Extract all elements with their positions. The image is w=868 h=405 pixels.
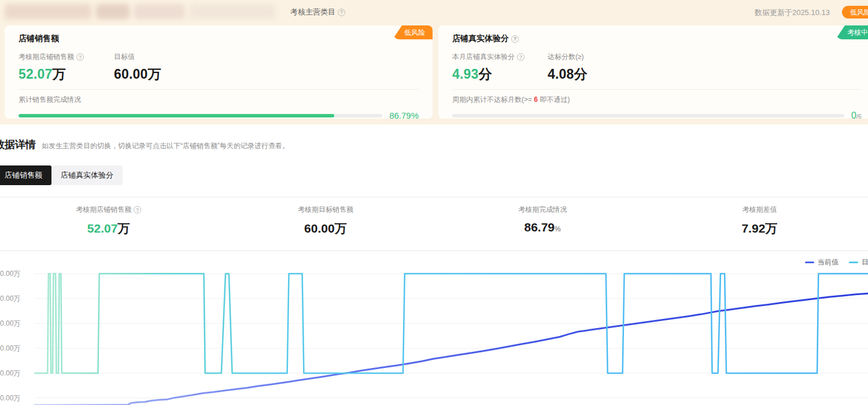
unqualified-months-count: 0/6 (851, 111, 862, 121)
store-sales-card: 低风险 店铺销售额 考核期店铺销售额 ? 52.07万 (5, 25, 433, 119)
sales-trend-chart: 当前值 目标值 (0, 255, 868, 405)
seller-dashboard: 考核主营类目 ? 数据更新于2025.10.13 低风险 低风险 店铺销售额 考… (0, 0, 868, 405)
progress-track (19, 114, 382, 117)
details-header: 数据详情 如发生主营类目的切换，切换记录可点击以下“店铺销售额”每天的记录进行查… (0, 138, 289, 152)
tab-experience-score[interactable]: 店铺真实体验分 (51, 165, 123, 185)
divider (0, 197, 868, 197)
category-text: 考核主营类目 (290, 7, 335, 17)
redacted-block (96, 4, 130, 19)
assessment-sales-value: 52.07 (19, 67, 53, 82)
sales-progress-label: 累计销售额完成情况 (5, 90, 433, 105)
stat-label: 考核期目标销售额 (298, 205, 353, 215)
redacted-block (5, 4, 91, 19)
sales-card-title: 店铺销售额 (19, 34, 419, 44)
sales-progress: 86.79% (5, 105, 433, 120)
stat-gap: 考核期差值 7.92万 (651, 204, 868, 237)
svg-text:0.00万: 0.00万 (0, 344, 20, 352)
header-zone: 考核主营类目 ? 数据更新于2025.10.13 低风险 低风险 店铺销售额 考… (0, 0, 868, 124)
redacted-block (190, 4, 275, 19)
stat-completion: 考核期完成情况 86.79% (434, 204, 651, 237)
count-total: /6 (856, 113, 862, 120)
details-subtitle: 如发生主营类目的切换，切换记录可点击以下“店铺销售额”每天的记录进行查看。 (42, 141, 289, 151)
stat-suffix: 万 (335, 222, 347, 235)
unqualified-months-progress: 0/6 (438, 105, 868, 121)
info-icon[interactable]: ? (134, 206, 141, 213)
details-tabs: 店铺销售额 店铺真实体验分 (0, 165, 123, 185)
experience-card-title-text: 店铺真实体验分 (452, 34, 509, 44)
stat-assessment-sales: 考核期店铺销售额 ? 52.07万 (0, 204, 217, 237)
store-name-redacted (5, 4, 275, 19)
stat-suffix: % (555, 225, 561, 233)
assessment-sales-unit: 万 (53, 67, 66, 82)
month-experience-value: 4.93 (452, 67, 479, 82)
svg-text:0.00万: 0.00万 (0, 369, 20, 377)
svg-text:0.00万: 0.00万 (0, 270, 20, 278)
passing-score-label: 达标分数(≥) (548, 52, 584, 62)
passing-score-value: 4.08分 (548, 65, 643, 83)
data-updated-text: 数据更新于2025.10.13 (755, 8, 830, 18)
svg-text:0.00万: 0.00万 (0, 394, 20, 402)
tab-store-sales[interactable]: 店铺销售额 (0, 165, 51, 185)
stat-value: 60.00 (304, 222, 335, 235)
month-experience-metric: 本月店铺真实体验分 ? 4.93分 (452, 52, 548, 83)
svg-text:0.00万: 0.00万 (0, 294, 20, 303)
label-suffix: 即不通过) (538, 95, 570, 104)
sales-progress-percent: 86.79% (389, 111, 419, 120)
target-sales-label: 目标值 (114, 52, 135, 62)
svg-text:0.00万: 0.00万 (0, 319, 20, 327)
target-sales-metric: 目标值 60.00万 (114, 52, 209, 83)
experience-score-card: 考核中 店铺真实体验分 ? 本月店铺真实体验分 ? 4.93分 (438, 25, 868, 119)
unqualified-months-label: 周期内累计不达标月数(>= 6 即不通过) (438, 90, 868, 105)
sales-card-title-text: 店铺销售额 (19, 34, 59, 44)
stat-target-sales: 考核期目标销售额 60.00万 (217, 204, 434, 237)
stat-label: 考核期店铺销售额 (76, 205, 131, 215)
info-icon[interactable]: ? (338, 9, 345, 16)
redacted-block (134, 4, 185, 19)
assessment-sales-metric: 考核期店铺销售额 ? 52.07万 (19, 52, 114, 83)
details-title: 数据详情 (0, 138, 36, 152)
info-icon[interactable]: ? (517, 53, 525, 61)
risk-level-pill: 低风险 (842, 6, 868, 19)
assessment-sales-label: 考核期店铺销售额 (19, 52, 74, 62)
stat-value: 52.07 (87, 222, 118, 235)
stat-suffix: 万 (765, 222, 777, 235)
stat-value: 7.92 (741, 222, 765, 235)
stat-suffix: 万 (117, 222, 130, 235)
stat-value: 86.79 (525, 220, 555, 234)
target-sales-value: 60.00万 (114, 65, 209, 83)
topbar: 考核主营类目 ? 数据更新于2025.10.13 低风险 (0, 0, 868, 23)
info-icon[interactable]: ? (76, 53, 84, 61)
assessment-stats-row: 考核期店铺销售额 ? 52.07万 考核期目标销售额 60.00万 考核期完成情… (0, 204, 868, 237)
month-experience-unit: 分 (479, 67, 492, 82)
stat-label: 考核期完成情况 (518, 205, 567, 215)
label-prefix: 周期内累计不达标月数(>= (452, 95, 534, 104)
stat-label: 考核期差值 (742, 205, 777, 215)
count-value: 0 (851, 111, 856, 120)
experience-card-title: 店铺真实体验分 ? (452, 34, 862, 44)
progress-track (452, 114, 844, 117)
passing-score-metric: 达标分数(≥) 4.08分 (548, 52, 643, 83)
progress-fill (19, 114, 334, 117)
month-experience-label: 本月店铺真实体验分 (452, 52, 515, 62)
divider (0, 251, 868, 251)
series-当前值 (35, 293, 868, 405)
info-icon[interactable]: ? (511, 35, 519, 43)
main-category-label: 考核主营类目 ? (290, 7, 345, 17)
chart-canvas[interactable]: 0.00万0.00万0.00万0.00万0.00万0.00万 (0, 255, 868, 405)
